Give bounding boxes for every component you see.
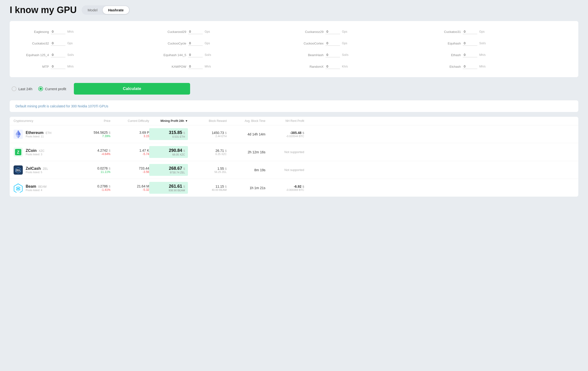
model-toggle-button[interactable]: Model [82, 6, 103, 14]
hashrate-label: Equihash 125_4 [22, 53, 49, 57]
zelcash-icon: ZEL [14, 165, 23, 175]
hashrate-input[interactable] [463, 29, 477, 34]
hashrate-input[interactable] [188, 64, 203, 69]
profit-cell: 261.61 $ 938.90 BEAM [149, 182, 188, 194]
avg-block-time: 2h 12m 16s [227, 150, 265, 154]
hashrate-field-cuckarood29: Cuckarood29 Gps [157, 28, 294, 36]
hashrate-field-kawpow: KAWPOW Mh/s [157, 63, 294, 70]
nh-profit-cell: -6.92 $ -0.000369 BTC [265, 185, 304, 191]
radio-current-label: Current profit [45, 87, 66, 91]
crypto-name-row: ZCoin XZC [26, 149, 44, 153]
hashrate-field-eaglesong: Eaglesong Mh/s [19, 28, 157, 36]
block-reward-value: 11.15 $ [188, 185, 227, 188]
controls-row: Last 24h Current profit Calculate [10, 83, 578, 95]
table-row: ZEL ZelCash ZEL Pools listed: 5 0.0276 $… [10, 161, 578, 179]
profit-cell: 290.84 $ 68.05 XZC [149, 146, 188, 158]
hashrate-label: Equihash [434, 42, 461, 45]
profit-value: 290.84 [169, 148, 182, 153]
crypto-ticker: ETH [45, 131, 51, 135]
hashrate-toggle-button[interactable]: Hashrate [103, 6, 129, 14]
hashrate-unit: Sol/s [205, 53, 211, 57]
hashrate-input[interactable] [463, 41, 477, 46]
crypto-name: ZCoin [26, 149, 37, 153]
avg-block-time: 1h 1m 21s [227, 186, 265, 190]
hashrate-unit: Kh/s [342, 65, 348, 68]
nh-profit-value: -385.48 $ [265, 131, 304, 135]
radio-current-inner [40, 88, 42, 90]
hashrate-input[interactable] [51, 52, 65, 57]
hashrate-unit: Gps [479, 30, 485, 33]
difficulty-cell: 21.64 M -5.32 [110, 184, 149, 191]
hashrate-unit: Mh/s [205, 65, 211, 68]
hashrate-unit: Mh/s [479, 53, 485, 57]
mode-toggle: Model Hashrate [82, 5, 130, 15]
hashrate-input[interactable] [326, 64, 340, 69]
crypto-cell: Beam BEAM Pools listed: 4 [14, 183, 81, 192]
hashrate-field-ethash: Ethash Mh/s [431, 51, 569, 59]
hashrate-field-equihash: Equihash Sol/s [431, 40, 569, 47]
block-reward-sub: 6.25 XZC [188, 153, 227, 156]
profit-cell: 268.67 $ 9730.74 ZEL [149, 164, 188, 176]
price-value: 594.5625 $ [81, 130, 110, 134]
beam-icon [14, 183, 23, 192]
th-profit[interactable]: Mining Profit 24h ▼ [149, 119, 188, 123]
block-reward-value: 26.71 $ [188, 149, 227, 153]
price-cell: 594.5625 $ 7.39% [81, 130, 110, 138]
profit-sub: 0.531 ETH [152, 135, 185, 138]
price-cell: 4.2742 $ -4.64% [81, 149, 110, 156]
th-avg-block-time: Avg. Block Time [227, 119, 265, 123]
hashrate-input[interactable] [326, 52, 340, 57]
difficulty-cell: 733.44 -3.56 [110, 166, 149, 174]
calculate-button[interactable]: Calculate [74, 83, 190, 95]
profit-main-row: 268.67 $ [152, 166, 185, 171]
hashrate-input[interactable] [188, 52, 203, 57]
header: I know my GPU Model Hashrate [10, 5, 578, 15]
hashrate-input[interactable] [326, 41, 340, 46]
table-row: Ethereum ETH Pools listed: 11 594.5625 $… [10, 125, 578, 143]
hashrate-label: Ethash [434, 53, 461, 57]
hashrate-input[interactable] [463, 64, 477, 69]
hashrate-unit: Mh/s [479, 65, 485, 68]
block-reward-sub: 40.00 BEAM [188, 188, 227, 191]
profit-sub: 68.05 XZC [152, 153, 185, 156]
crypto-info: Beam BEAM Pools listed: 4 [26, 184, 46, 191]
hashrate-input[interactable] [51, 64, 65, 69]
hashrate-unit: Gps [342, 30, 347, 33]
crypto-cell: Ethereum ETH Pools listed: 11 [14, 130, 81, 139]
radio-last24h-label: Last 24h [18, 87, 32, 91]
info-banner-text: Default mining profit is calculated for … [15, 104, 108, 108]
ethereum-icon [14, 130, 23, 139]
radio-last24h-outer [12, 86, 16, 91]
hashrate-input[interactable] [188, 29, 203, 34]
difficulty-value: 1.47 K [110, 149, 149, 152]
hashrate-field-cuckoocycle: CuckooCycle Gps [157, 40, 294, 47]
hashrate-label: BeamHash [297, 53, 324, 57]
crypto-info: Ethereum ETH Pools listed: 11 [26, 130, 51, 138]
hashrate-label: Etchash [434, 65, 461, 69]
radio-current[interactable]: Current profit [38, 86, 66, 91]
crypto-name-row: ZelCash ZEL [26, 166, 48, 171]
difficulty-change: -3.56 [110, 170, 149, 174]
price-cell: 0.2786 $ -1.41% [81, 184, 110, 191]
hashrate-unit: Mh/s [67, 65, 74, 68]
profit-value: 315.85 [169, 130, 182, 135]
hashrate-label: CuckooCycle [160, 42, 186, 45]
crypto-info: ZelCash ZEL Pools listed: 5 [26, 166, 48, 174]
profit-dollar: $ [183, 149, 185, 153]
hashrate-field-randomx: RandomX Kh/s [294, 63, 431, 70]
hashrate-input[interactable] [463, 52, 477, 57]
hashrate-input[interactable] [188, 41, 203, 46]
th-difficulty: Current Difficulty [110, 119, 149, 123]
hashrate-unit: Gps [67, 42, 73, 45]
crypto-ticker: ZEL [43, 167, 48, 170]
radio-current-outer [38, 86, 43, 91]
price-value: 0.2786 $ [81, 184, 110, 188]
hashrate-input[interactable] [51, 29, 65, 34]
radio-last24h[interactable]: Last 24h [12, 86, 32, 91]
hashrate-input[interactable] [51, 41, 65, 46]
crypto-name: ZelCash [26, 166, 41, 170]
hashrate-input[interactable] [326, 29, 340, 34]
block-reward-cell: 11.15 $ 40.00 BEAM [188, 185, 227, 191]
difficulty-change: -5.32 [110, 188, 149, 191]
th-nh-rent: NH Rent Profit [265, 119, 304, 123]
